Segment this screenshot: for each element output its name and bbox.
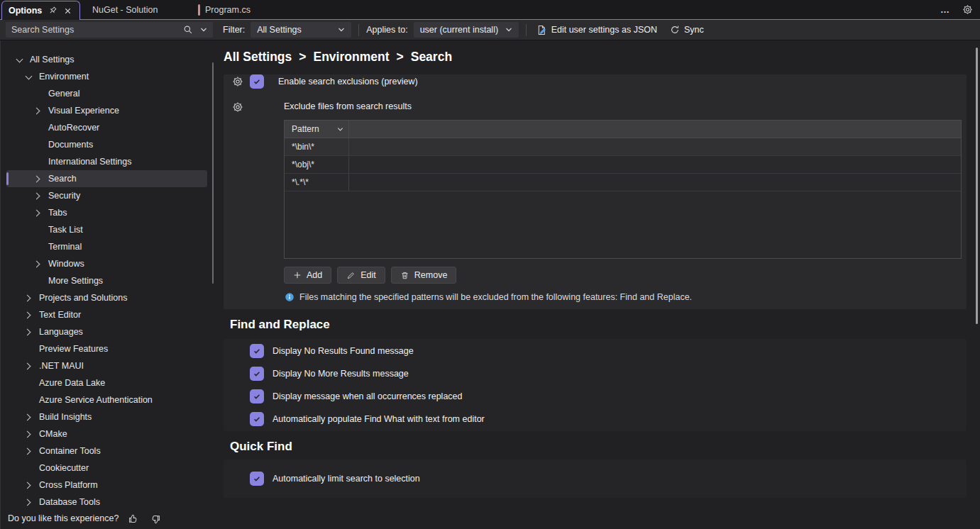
sidebar-item-cross-platform[interactable]: Cross Platform: [6, 477, 207, 494]
content-scrollbar[interactable]: [976, 48, 978, 324]
enable-exclusions-label: Enable search exclusions (preview): [278, 77, 418, 87]
chevron-spacer: [33, 243, 43, 252]
setting-row: Display message when all occurrences rep…: [224, 385, 967, 408]
chevron-right-icon: [24, 294, 33, 303]
breadcrumb-environment[interactable]: Environment: [314, 50, 390, 65]
chevron-spacer: [24, 464, 33, 473]
modified-indicator: [198, 4, 200, 16]
pattern-column-header[interactable]: Pattern: [285, 121, 349, 138]
tab-program-cs[interactable]: Program.cs: [198, 0, 250, 19]
tree-item-label: Languages: [39, 327, 83, 337]
tab-options-label: Options: [9, 6, 42, 16]
sync-button[interactable]: Sync: [667, 23, 707, 36]
setting-label: Automatically limit search to selection: [272, 474, 420, 484]
pencil-icon: [346, 271, 356, 280]
sidebar-item-languages[interactable]: Languages: [6, 323, 207, 340]
gear-icon[interactable]: [232, 76, 243, 87]
gear-icon[interactable]: [962, 4, 973, 15]
table-row[interactable]: *\.*\*: [285, 174, 961, 191]
find-and-replace-heading: Find and Replace: [230, 318, 967, 333]
tree-item-label: Tabs: [48, 208, 67, 218]
search-chevron-down-icon[interactable]: [200, 26, 207, 33]
occurrences-replaced-checkbox[interactable]: [250, 389, 264, 403]
close-icon[interactable]: [63, 6, 72, 16]
info-icon: [285, 292, 294, 302]
sidebar-item-more-settings[interactable]: More Settings: [6, 272, 207, 289]
chevron-spacer: [24, 345, 33, 354]
chevron-right-icon: [24, 413, 33, 422]
edit-button[interactable]: Edit: [337, 267, 385, 284]
no-more-results-checkbox[interactable]: [250, 367, 264, 381]
chevron-right-icon: [33, 106, 43, 116]
sidebar-item-azure-data-lake[interactable]: Azure Data Lake: [6, 374, 207, 391]
exclusion-patterns-table: Pattern *\bin\* *\obj\* *\.*\*: [284, 120, 962, 259]
sidebar-item-dotnet-maui[interactable]: .NET MAUI: [6, 357, 207, 374]
sidebar-item-cookiecutter[interactable]: Cookiecutter: [6, 460, 207, 477]
chevron-down-icon[interactable]: [337, 126, 343, 133]
thumbs-down-icon[interactable]: [149, 513, 160, 524]
sidebar-item-documents[interactable]: Documents: [6, 136, 207, 153]
tab-overflow-button[interactable]: …: [940, 6, 950, 13]
sidebar-item-terminal[interactable]: Terminal: [6, 238, 207, 255]
thumbs-up-icon[interactable]: [128, 513, 139, 524]
sidebar-item-general[interactable]: General: [6, 85, 207, 102]
sidebar-item-security[interactable]: Security: [6, 187, 207, 204]
tab-nuget-solution[interactable]: NuGet - Solution: [92, 0, 158, 19]
tree-item-label: Azure Service Authentication: [39, 395, 153, 405]
sidebar-item-visual-experience[interactable]: Visual Experience: [6, 102, 207, 119]
tree-item-label: Cookiecutter: [39, 463, 89, 473]
setting-row: Display No More Results message: [224, 362, 967, 385]
sidebar-item-database-tools[interactable]: Database Tools: [6, 494, 207, 511]
sidebar-item-text-editor[interactable]: Text Editor: [6, 306, 207, 323]
pin-icon[interactable]: [48, 6, 57, 16]
remove-button-label: Remove: [414, 270, 448, 280]
limit-search-selection-checkbox[interactable]: [250, 472, 264, 486]
sidebar-item-task-list[interactable]: Task List: [6, 221, 207, 238]
table-row[interactable]: *\obj\*: [285, 156, 961, 174]
no-results-found-checkbox[interactable]: [250, 344, 264, 358]
sidebar-item-international-settings[interactable]: International Settings: [6, 153, 207, 170]
chevron-spacer: [33, 157, 43, 167]
info-row: Files matching the specified patterns wi…: [285, 292, 967, 309]
plus-icon: [293, 271, 302, 279]
sidebar-item-preview-features[interactable]: Preview Features: [6, 340, 207, 357]
pattern-header-label: Pattern: [292, 124, 319, 134]
sidebar-scrollbar[interactable]: [212, 62, 214, 284]
sidebar-item-autorecover[interactable]: AutoRecover: [6, 119, 207, 136]
sidebar-item-environment[interactable]: Environment: [6, 68, 207, 85]
info-text: Files matching the specified patterns wi…: [299, 292, 692, 302]
search-input-wrap: [6, 22, 213, 38]
breadcrumb-all-settings[interactable]: All Settings: [224, 50, 292, 65]
search-icon[interactable]: [183, 25, 193, 35]
sidebar-item-all-settings[interactable]: All Settings: [6, 51, 207, 68]
sidebar-item-windows[interactable]: Windows: [6, 255, 207, 272]
edit-json-label: Edit user settings as JSON: [551, 25, 657, 35]
filter-dropdown[interactable]: All Settings: [250, 22, 351, 38]
breadcrumb-separator: >: [299, 50, 306, 65]
table-actions: Add Edit Remove: [284, 267, 967, 284]
sidebar-item-container-tools[interactable]: Container Tools: [6, 442, 207, 460]
remove-button[interactable]: Remove: [391, 267, 457, 284]
applies-to-dropdown[interactable]: user (current install): [414, 22, 519, 38]
tab-options[interactable]: Options: [1, 1, 80, 20]
enable-exclusions-checkbox[interactable]: [250, 74, 264, 89]
tree-item-label: .NET MAUI: [39, 361, 84, 371]
filter-dropdown-value: All Settings: [257, 25, 302, 35]
add-button[interactable]: Add: [284, 267, 331, 284]
sidebar-item-cmake[interactable]: CMake: [6, 425, 207, 442]
sidebar-item-projects-and-solutions[interactable]: Projects and Solutions: [6, 289, 207, 306]
document-tab-bar: Options NuGet - Solution Program.cs …: [0, 0, 980, 20]
sidebar-item-search[interactable]: Search: [6, 170, 207, 187]
sidebar-item-build-insights[interactable]: Build Insights: [6, 408, 207, 425]
tree-item-label: Projects and Solutions: [39, 293, 127, 303]
sidebar-item-tabs[interactable]: Tabs: [6, 204, 207, 221]
edit-user-settings-json-button[interactable]: Edit user settings as JSON: [534, 23, 660, 37]
breadcrumb-separator: >: [396, 50, 403, 65]
sidebar-item-azure-service-authentication[interactable]: Azure Service Authentication: [6, 391, 207, 408]
breadcrumb: All Settings > Environment > Search: [224, 50, 967, 65]
gear-icon[interactable]: [232, 101, 243, 113]
tree-item-label: Text Editor: [39, 310, 81, 320]
populate-find-what-checkbox[interactable]: [250, 412, 264, 426]
table-row[interactable]: *\bin\*: [285, 138, 961, 156]
search-input[interactable]: [6, 25, 183, 35]
